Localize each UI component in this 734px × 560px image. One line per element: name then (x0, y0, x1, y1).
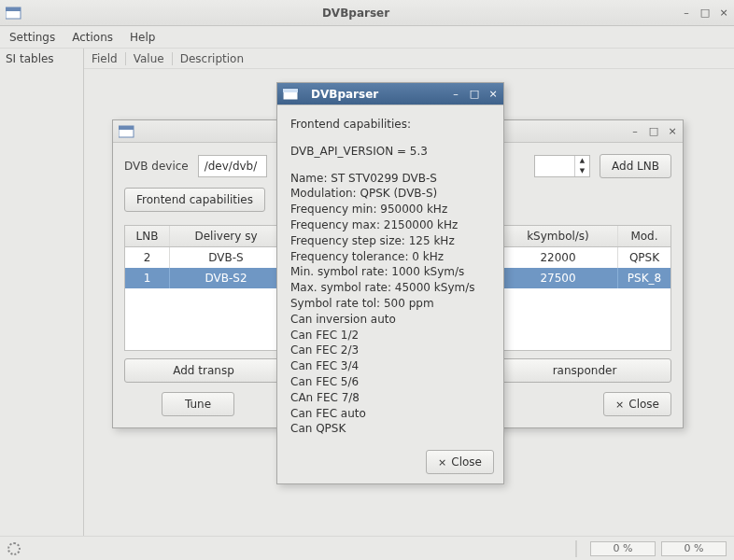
caps-line: Frequency min: 950000 kHz (290, 202, 490, 217)
caps-titlebar: DVBparser – □ × (277, 83, 503, 105)
col-description[interactable]: Description (173, 52, 251, 65)
close-icon[interactable]: × (488, 90, 498, 99)
menu-actions[interactable]: Actions (72, 31, 113, 44)
minimize-icon[interactable]: – (682, 8, 691, 18)
menu-settings[interactable]: Settings (9, 31, 55, 44)
menubar: Settings Actions Help (0, 26, 734, 49)
col-value[interactable]: Value (126, 52, 172, 65)
numeric-stepper[interactable]: ▲▼ (534, 155, 590, 177)
maximize-icon[interactable]: □ (470, 90, 479, 99)
caps-title: DVBparser (307, 88, 451, 101)
close-button[interactable]: ×Close (603, 392, 671, 416)
caps-line: Min. symbol rate: 1000 kSym/s (290, 264, 490, 280)
svg-rect-3 (119, 126, 134, 130)
caps-line: Can FEC 1/2 (290, 328, 490, 343)
transponder-table[interactable]: kSymbol/s) Mod. 22000 QPSK 27500 PSK_8 (498, 225, 671, 351)
device-label: DVB device (124, 160, 189, 173)
progress-1: 0 % (590, 541, 656, 556)
minimize-icon[interactable]: – (630, 127, 640, 136)
col-lnb[interactable]: LNB (125, 226, 170, 246)
status-separator (575, 540, 577, 557)
caps-close-button[interactable]: ×Close (426, 450, 494, 474)
statusbar: 0 % 0 % (0, 536, 734, 560)
device-path-field[interactable]: /dev/dvb/ (198, 155, 267, 177)
add-lnb-button[interactable]: Add LNB (600, 154, 671, 178)
menu-help[interactable]: Help (130, 31, 155, 44)
frontend-capabilities-button[interactable]: Frontend capabilities (124, 188, 265, 212)
caps-line: Name: ST STV0299 DVB-S (290, 171, 490, 187)
caps-line: Can FEC 5/6 (290, 374, 490, 390)
col-mod[interactable]: Mod. (618, 226, 670, 246)
minimize-icon[interactable]: – (451, 90, 460, 99)
caps-line: Max. symbol rate: 45000 kSym/s (290, 280, 490, 296)
caps-body: Frontend capabilities: DVB_API_VERSION =… (277, 105, 503, 444)
sidebar: SI tables (0, 49, 84, 536)
window-controls: – □ × (682, 8, 728, 18)
maximize-icon[interactable]: □ (700, 8, 710, 18)
add-transp-right-button[interactable]: ransponder (498, 358, 671, 383)
caps-line: CAn FEC 7/8 (290, 390, 490, 406)
progress-2: 0 % (661, 541, 727, 556)
close-x-icon: × (615, 399, 624, 411)
maximize-icon[interactable]: □ (649, 127, 658, 136)
caps-line: Modulation: QPSK (DVB-S) (290, 186, 490, 202)
close-icon[interactable]: × (719, 8, 728, 18)
svg-rect-5 (283, 89, 298, 92)
close-icon[interactable]: × (668, 127, 677, 136)
arrow-up-icon[interactable]: ▲ (575, 156, 589, 166)
caps-api: DVB_API_VERSION = 5.3 (290, 144, 490, 160)
caps-line: Can FEC auto (290, 406, 490, 422)
table-row[interactable]: 2 DVB-S (125, 247, 282, 268)
capabilities-dialog: DVBparser – □ × Frontend capabilities: D… (276, 82, 504, 484)
caps-line: Can FEC 2/3 (290, 343, 490, 358)
lnb-table[interactable]: LNB Delivery sy 2 DVB-S 1 DVB-S2 (124, 225, 283, 351)
table-row[interactable]: 22000 QPSK (499, 247, 670, 268)
window-title: DVBparser (30, 7, 682, 20)
app-icon (6, 6, 22, 21)
tune-button[interactable]: Tune (162, 392, 234, 416)
caps-line: Symbol rate tol: 500 ppm (290, 296, 490, 312)
sidebar-header: SI tables (6, 52, 78, 65)
close-x-icon: × (438, 456, 446, 469)
add-transp-left-button[interactable]: Add transp (124, 358, 283, 383)
caps-line: Frequency step size: 125 kHz (290, 233, 490, 249)
caps-line: Can inversion auto (290, 312, 490, 328)
col-field[interactable]: Field (84, 52, 125, 65)
caps-line: Can FEC 3/4 (290, 358, 490, 374)
table-row[interactable]: 27500 PSK_8 (499, 268, 670, 288)
caps-line: Can QPSK (290, 421, 490, 437)
window-controls: – □ × (630, 127, 677, 136)
main-titlebar: DVBparser – □ × (0, 0, 734, 26)
loading-spinner-icon (7, 542, 21, 555)
col-ksymbol[interactable]: kSymbol/s) (499, 226, 618, 246)
caps-heading: Frontend capabilities: (290, 117, 490, 133)
table-row[interactable]: 1 DVB-S2 (125, 268, 282, 288)
app-icon (283, 87, 300, 102)
window-controls: – □ × (451, 90, 498, 99)
column-headers: Field Value Description (84, 49, 734, 69)
col-delivery-sys[interactable]: Delivery sy (170, 226, 282, 246)
svg-rect-1 (6, 7, 21, 11)
caps-line: Frequency max: 2150000 kHz (290, 217, 490, 233)
caps-line: Frequency tolerance: 0 kHz (290, 249, 490, 265)
app-icon (119, 124, 135, 139)
arrow-down-icon[interactable]: ▼ (575, 166, 589, 176)
